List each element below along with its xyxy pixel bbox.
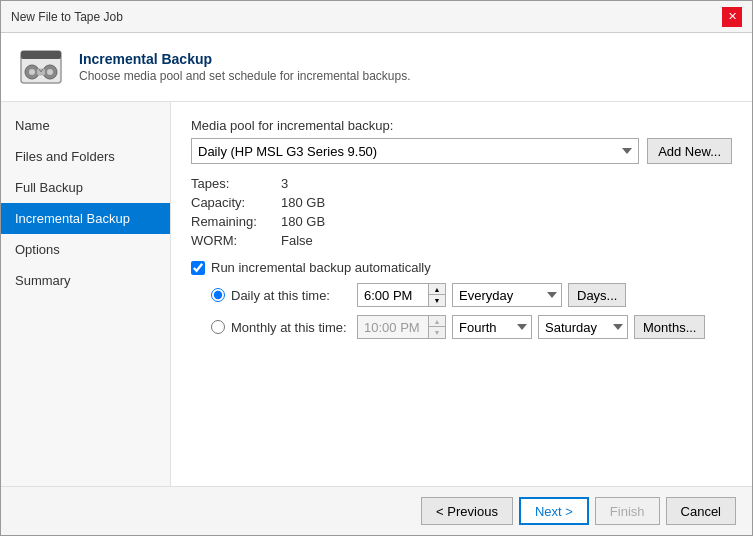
run-incremental-label: Run incremental backup automatically [211, 260, 431, 275]
remaining-label: Remaining: [191, 214, 281, 229]
header-text: Incremental Backup Choose media pool and… [79, 51, 411, 83]
monthly-time-spinners: ▲ ▼ [428, 316, 445, 338]
sidebar: Name Files and Folders Full Backup Incre… [1, 102, 171, 486]
worm-label: WORM: [191, 233, 281, 248]
media-pool-row: Daily (HP MSL G3 Series 9.50) Add New... [191, 138, 732, 164]
svg-rect-1 [21, 51, 61, 59]
monthly-time-down[interactable]: ▼ [429, 327, 445, 338]
monthly-time-input[interactable] [358, 316, 428, 338]
next-button[interactable]: Next > [519, 497, 589, 525]
sidebar-item-full-backup[interactable]: Full Backup [1, 172, 170, 203]
info-row-remaining: Remaining: 180 GB [191, 214, 732, 229]
finish-button[interactable]: Finish [595, 497, 660, 525]
daily-radio[interactable] [211, 288, 225, 302]
header-subtitle: Choose media pool and set schedule for i… [79, 69, 411, 83]
sidebar-item-summary[interactable]: Summary [1, 265, 170, 296]
sidebar-item-incremental-backup[interactable]: Incremental Backup [1, 203, 170, 234]
info-table: Tapes: 3 Capacity: 180 GB Remaining: 180… [191, 176, 732, 248]
header-icon [17, 43, 65, 91]
capacity-label: Capacity: [191, 195, 281, 210]
media-pool-select[interactable]: Daily (HP MSL G3 Series 9.50) [191, 138, 639, 164]
cancel-button[interactable]: Cancel [666, 497, 736, 525]
dialog-header: Incremental Backup Choose media pool and… [1, 33, 752, 102]
daily-time-input[interactable] [358, 284, 428, 306]
sidebar-item-name[interactable]: Name [1, 110, 170, 141]
monthly-time-up[interactable]: ▲ [429, 316, 445, 327]
daily-schedule-row: Daily at this time: ▲ ▼ Everyday Weekday… [191, 283, 732, 307]
dialog: New File to Tape Job ✕ Incremental Backu… [0, 0, 753, 536]
tapes-value: 3 [281, 176, 288, 191]
main-content: Media pool for incremental backup: Daily… [171, 102, 752, 486]
capacity-value: 180 GB [281, 195, 325, 210]
header-title: Incremental Backup [79, 51, 411, 67]
content-area: Name Files and Folders Full Backup Incre… [1, 102, 752, 486]
sidebar-item-files-and-folders[interactable]: Files and Folders [1, 141, 170, 172]
monthly-time-input-wrapper: ▲ ▼ [357, 315, 446, 339]
title-bar: New File to Tape Job ✕ [1, 1, 752, 33]
worm-value: False [281, 233, 313, 248]
media-pool-label: Media pool for incremental backup: [191, 118, 732, 133]
footer: < Previous Next > Finish Cancel [1, 486, 752, 535]
run-incremental-row: Run incremental backup automatically [191, 260, 732, 275]
daily-time-down[interactable]: ▼ [429, 295, 445, 306]
daily-dropdown[interactable]: Everyday Weekdays Weekends [452, 283, 562, 307]
monthly-schedule-row: Monthly at this time: ▲ ▼ First Second T… [191, 315, 732, 339]
daily-time-up[interactable]: ▲ [429, 284, 445, 295]
media-pool-field: Media pool for incremental backup: Daily… [191, 118, 732, 164]
dialog-title: New File to Tape Job [11, 10, 123, 24]
monthly-week-dropdown[interactable]: First Second Third Fourth Last [452, 315, 532, 339]
add-new-button[interactable]: Add New... [647, 138, 732, 164]
close-button[interactable]: ✕ [722, 7, 742, 27]
daily-label: Daily at this time: [231, 288, 351, 303]
daily-time-input-wrapper: ▲ ▼ [357, 283, 446, 307]
sidebar-item-options[interactable]: Options [1, 234, 170, 265]
monthly-label: Monthly at this time: [231, 320, 351, 335]
info-row-tapes: Tapes: 3 [191, 176, 732, 191]
info-row-capacity: Capacity: 180 GB [191, 195, 732, 210]
run-incremental-checkbox[interactable] [191, 261, 205, 275]
svg-point-5 [47, 69, 53, 75]
daily-time-spinners: ▲ ▼ [428, 284, 445, 306]
info-row-worm: WORM: False [191, 233, 732, 248]
months-button[interactable]: Months... [634, 315, 705, 339]
remaining-value: 180 GB [281, 214, 325, 229]
tapes-label: Tapes: [191, 176, 281, 191]
monthly-radio[interactable] [211, 320, 225, 334]
previous-button[interactable]: < Previous [421, 497, 513, 525]
monthly-day-dropdown[interactable]: Monday Tuesday Wednesday Thursday Friday… [538, 315, 628, 339]
svg-point-3 [29, 69, 35, 75]
days-button[interactable]: Days... [568, 283, 626, 307]
